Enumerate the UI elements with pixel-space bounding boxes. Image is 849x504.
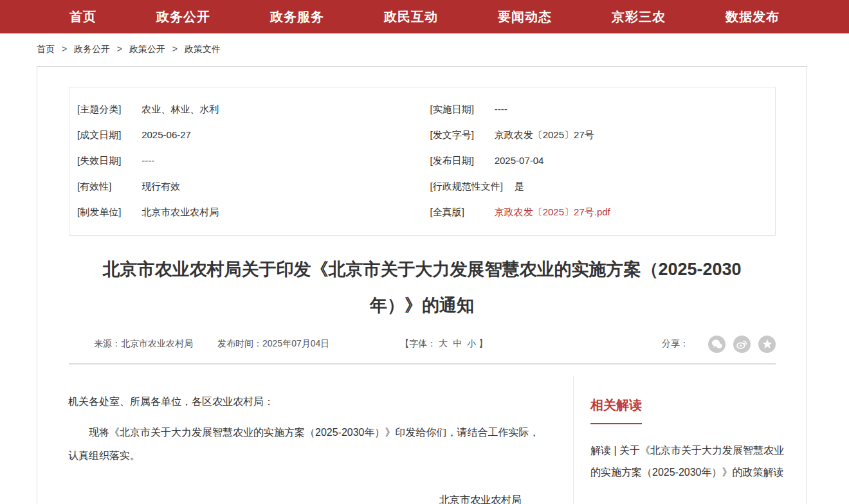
meta-label: [有效性] — [77, 174, 130, 199]
nav-item-home[interactable]: 首页 — [69, 8, 96, 26]
article-paragraph: 现将《北京市关于大力发展智慧农业的实施方案（2025-2030年）》印发给你们，… — [68, 421, 547, 467]
publish-label: 发布时间： — [217, 338, 262, 348]
article-publish-time: 发布时间：2025年07月04日 — [217, 338, 329, 350]
meta-column-left: [主题分类] 农业、林业、水利 [成文日期] 2025-06-27 [失效日期]… — [69, 96, 423, 225]
meta-value: ---- — [495, 104, 507, 114]
meta-column-right: [实施日期] ---- [发文字号] 京政农发〔2025〕27号 [发布日期] … — [423, 96, 776, 225]
breadcrumb-item-gov-affairs[interactable]: 政务公开 — [74, 44, 110, 54]
top-navbar: 首页 政务公开 政务服务 政民互动 要闻动态 京彩三农 数据发布 — [0, 0, 849, 33]
meta-row-regulatory-document: [行政规范性文件] 是 — [423, 174, 776, 199]
pdf-link[interactable]: 京政农发〔2025〕27号.pdf — [495, 206, 610, 217]
wechat-share-icon[interactable] — [708, 336, 726, 353]
nav-item-data-release[interactable]: 数据发布 — [726, 8, 780, 26]
share-label: 分享： — [662, 338, 689, 350]
meta-label: [实施日期] — [430, 96, 483, 122]
source-value: 北京市农业农村局 — [121, 338, 193, 348]
article-source: 来源：北京市农业农村局 — [94, 338, 193, 350]
weibo-share-icon[interactable] — [733, 336, 751, 353]
meta-value: 2025-07-04 — [495, 155, 544, 166]
article-salutation: 机关各处室、所属各单位，各区农业农村局： — [68, 392, 547, 412]
font-control-prefix: 【字体： — [400, 338, 436, 348]
meta-row-issuing-unit: [制发单位] 北京市农业农村局 — [69, 199, 423, 225]
content-box: [主题分类] 农业、林业、水利 [成文日期] 2025-06-27 [失效日期]… — [37, 66, 807, 504]
related-interpretation-link[interactable]: 解读 | 关于《北京市关于大力发展智慧农业的实施方案（2025-2030年）》的… — [590, 440, 787, 483]
wechat-icon — [711, 339, 722, 349]
nav-item-public-interaction[interactable]: 政民互动 — [384, 8, 438, 26]
page-title: 北京市农业农村局关于印发《北京市关于大力发展智慧农业的实施方案（2025-203… — [102, 251, 742, 323]
article-meta-row: 来源：北京市农业农村局 发布时间：2025年07月04日 【字体：大中小】 分享… — [94, 334, 776, 354]
font-size-medium-button[interactable]: 中 — [453, 338, 462, 348]
meta-value: 农业、林业、水利 — [142, 104, 219, 114]
meta-value: 京政农发〔2025〕27号 — [495, 129, 594, 140]
font-size-large-button[interactable]: 大 — [439, 338, 448, 348]
article-signature: 北京市农业农村局 — [68, 491, 547, 504]
related-interpretation-sidebar: 相关解读 解读 | 关于《北京市关于大力发展智慧农业的实施方案（2025-203… — [573, 376, 807, 504]
meta-row-full-version: [全真版] 京政农发〔2025〕27号.pdf — [423, 199, 776, 225]
meta-row-topic-category: [主题分类] 农业、林业、水利 — [69, 96, 423, 122]
font-size-small-button[interactable]: 小 — [467, 338, 476, 348]
breadcrumb-separator: > — [172, 44, 178, 54]
publish-value: 2025年07月04日 — [262, 338, 329, 348]
meta-value: 现行有效 — [142, 181, 180, 192]
breadcrumb: 首页 > 政务公开 > 政策公开 > 政策文件 — [37, 44, 849, 57]
document-meta-box: [主题分类] 农业、林业、水利 [成文日期] 2025-06-27 [失效日期]… — [69, 87, 776, 236]
qzone-star-icon — [762, 339, 772, 349]
font-control-suffix: 】 — [479, 338, 488, 348]
meta-label: [主题分类] — [77, 96, 130, 122]
meta-row-written-date: [成文日期] 2025-06-27 — [69, 122, 423, 148]
meta-value: 北京市农业农村局 — [142, 206, 219, 217]
share-group: 分享： — [662, 336, 776, 353]
sidebar-title: 相关解读 — [590, 397, 642, 424]
meta-label: [失效日期] — [77, 148, 130, 174]
main-row: 机关各处室、所属各单位，各区农业农村局： 现将《北京市关于大力发展智慧农业的实施… — [37, 364, 807, 504]
meta-row-document-number: [发文字号] 京政农发〔2025〕27号 — [423, 122, 776, 148]
breadcrumb-separator: > — [117, 44, 122, 54]
weibo-icon — [736, 339, 747, 349]
meta-row-implementation-date: [实施日期] ---- — [423, 96, 776, 122]
meta-row-publish-date: [发布日期] 2025-07-04 — [423, 148, 776, 174]
nav-item-gov-services[interactable]: 政务服务 — [270, 8, 324, 26]
meta-label: [制发单位] — [77, 199, 130, 225]
breadcrumb-item-home[interactable]: 首页 — [37, 44, 55, 54]
nav-item-gov-affairs[interactable]: 政务公开 — [156, 8, 210, 26]
meta-value: 是 — [515, 181, 524, 192]
meta-label: [发布日期] — [430, 148, 483, 174]
nav-item-news[interactable]: 要闻动态 — [498, 8, 552, 26]
breadcrumb-item-policy-disclosure[interactable]: 政策公开 — [129, 44, 165, 54]
meta-label: [成文日期] — [77, 122, 130, 148]
meta-row-expiry-date: [失效日期] ---- — [69, 148, 423, 174]
meta-row-validity: [有效性] 现行有效 — [69, 174, 423, 199]
breadcrumb-separator: > — [62, 44, 67, 54]
nav-item-jingcai-sannong[interactable]: 京彩三农 — [612, 8, 666, 26]
meta-value: 2025-06-27 — [142, 129, 191, 140]
source-label: 来源： — [94, 338, 121, 348]
font-size-control: 【字体：大中小】 — [400, 338, 488, 350]
breadcrumb-item-policy-documents: 政策文件 — [185, 44, 221, 54]
meta-value: ---- — [142, 155, 154, 166]
article-body: 机关各处室、所属各单位，各区农业农村局： 现将《北京市关于大力发展智慧农业的实施… — [37, 364, 573, 504]
meta-label: [全真版] — [430, 199, 483, 225]
qzone-share-icon[interactable] — [758, 336, 776, 353]
meta-label: [行政规范性文件] — [430, 174, 503, 199]
meta-label: [发文字号] — [430, 122, 483, 148]
